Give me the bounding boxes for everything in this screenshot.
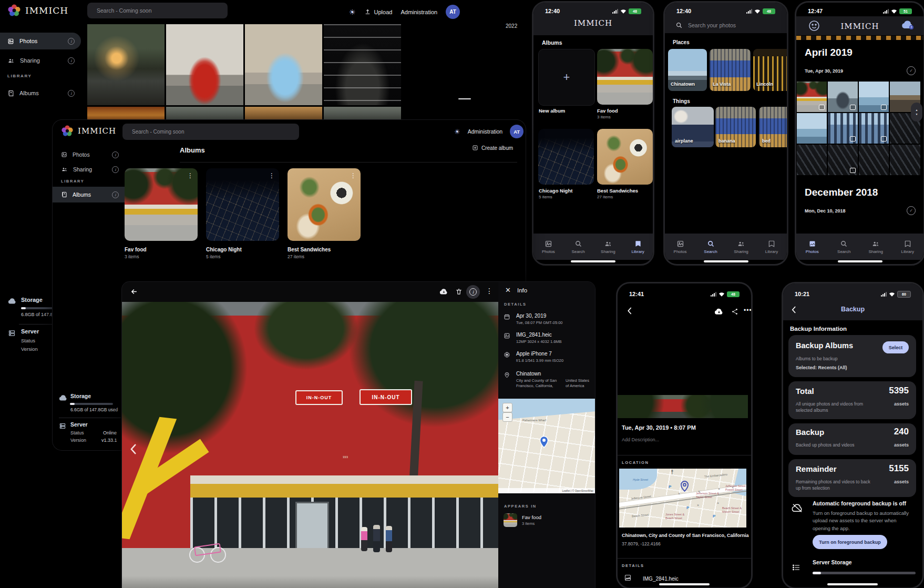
info-icon[interactable]: i bbox=[68, 90, 75, 97]
info-icon[interactable]: i bbox=[112, 191, 119, 198]
administration-link[interactable]: Administration bbox=[468, 128, 503, 135]
photo-thumbnail[interactable] bbox=[324, 24, 401, 105]
location-map[interactable]: × × × × × × † Hyde Street The Embarcader… bbox=[619, 469, 746, 528]
info-icon[interactable]: i bbox=[112, 151, 119, 158]
nav-photos[interactable]: Photos bbox=[665, 234, 695, 260]
stat-desc: Backed up photos and videos bbox=[796, 442, 880, 448]
photo-strip[interactable] bbox=[618, 395, 748, 418]
cloud-download-icon[interactable] bbox=[439, 288, 448, 295]
nav-sharing[interactable]: Sharing bbox=[860, 234, 892, 260]
home-indicator[interactable] bbox=[704, 260, 748, 262]
search-input[interactable]: Search your photos bbox=[665, 18, 787, 32]
select-day-checkbox[interactable]: ✓ bbox=[907, 66, 916, 75]
location-map[interactable]: Fishermans Wharf + − Leaflet | © OpenStr… bbox=[498, 399, 595, 493]
appears-in-album[interactable]: Fav food 3 items bbox=[504, 513, 541, 527]
nav-search[interactable]: Search bbox=[563, 234, 593, 260]
more-icon[interactable]: ⋮ bbox=[187, 172, 193, 179]
album-card[interactable]: ⋮ Best Sandwiches 27 items bbox=[288, 168, 361, 259]
grid-photo[interactable] bbox=[890, 145, 920, 175]
home-indicator[interactable] bbox=[659, 583, 710, 585]
nav-library[interactable]: Library bbox=[623, 234, 653, 260]
sidebar-item-albums[interactable]: Albums i bbox=[0, 85, 81, 101]
cloud-sync-icon[interactable] bbox=[901, 20, 914, 29]
user-avatar[interactable]: AT bbox=[446, 5, 460, 19]
wifi-icon bbox=[889, 292, 895, 297]
theme-toggle-icon[interactable]: ☀ bbox=[454, 128, 460, 136]
album-card[interactable] bbox=[597, 129, 653, 185]
select-day-checkbox[interactable]: ✓ bbox=[907, 206, 916, 215]
info-icon[interactable]: i bbox=[68, 38, 75, 45]
library-icon bbox=[634, 240, 642, 248]
nav-sharing[interactable]: Sharing bbox=[593, 234, 623, 260]
nav-library[interactable]: Library bbox=[892, 234, 924, 260]
album-card[interactable] bbox=[597, 49, 653, 105]
photo-date-sub: Tue, 08:07 PM GMT-05:00 bbox=[516, 320, 563, 325]
album-card[interactable]: ⋮ Chicago Night 5 items bbox=[206, 168, 279, 259]
user-avatar[interactable]: AT bbox=[510, 125, 523, 138]
album-count: 27 items bbox=[597, 195, 613, 199]
info-icon[interactable]: i bbox=[112, 166, 119, 173]
more-icon[interactable]: ⋮ bbox=[350, 172, 356, 179]
select-button[interactable]: Select bbox=[882, 341, 909, 353]
grid-photo[interactable] bbox=[828, 145, 858, 175]
prev-photo-chevron[interactable] bbox=[129, 443, 138, 455]
photo-viewer[interactable]: IN-N-OUT IN-N-OUT 333 bbox=[122, 302, 498, 588]
info-icon[interactable]: i bbox=[68, 57, 75, 64]
grid-photo[interactable] bbox=[797, 82, 827, 112]
photo-thumbnail[interactable] bbox=[166, 24, 243, 105]
nav-photos[interactable]: Photos bbox=[533, 234, 563, 260]
sidebar-item-photos[interactable]: Photos i bbox=[0, 33, 81, 49]
grid-photo[interactable] bbox=[859, 145, 889, 175]
scrollbar-handle[interactable]: ▲▼ bbox=[911, 103, 922, 121]
grid-photo[interactable] bbox=[797, 145, 827, 175]
album-card[interactable] bbox=[538, 129, 594, 185]
grid-photo[interactable] bbox=[828, 113, 858, 144]
grid-photo[interactable] bbox=[859, 113, 889, 144]
info-button[interactable]: i bbox=[466, 285, 480, 299]
upload-button[interactable]: Upload bbox=[364, 8, 393, 15]
turn-on-backup-button[interactable]: Turn on foreground backup bbox=[813, 535, 887, 549]
grid-photo[interactable] bbox=[859, 82, 889, 112]
photo-thumbnail[interactable] bbox=[166, 107, 243, 121]
album-card[interactable]: ⋮ Fav food 3 items bbox=[125, 168, 198, 259]
home-indicator[interactable] bbox=[827, 583, 878, 585]
nav-library[interactable]: Library bbox=[756, 234, 787, 260]
home-indicator[interactable] bbox=[571, 260, 615, 262]
nav-search[interactable]: Search bbox=[695, 234, 726, 260]
search-input[interactable]: Search - Coming soon bbox=[122, 124, 299, 140]
search-input[interactable]: Search - Coming soon bbox=[87, 3, 228, 18]
map-zoom-out-button[interactable]: − bbox=[502, 412, 512, 422]
back-chevron-icon[interactable] bbox=[626, 307, 633, 315]
immich-logo[interactable]: IMMICH bbox=[61, 125, 116, 137]
immich-logo[interactable]: IMMICH bbox=[7, 4, 68, 17]
map-zoom-in-button[interactable]: + bbox=[502, 403, 512, 412]
administration-link[interactable]: Administration bbox=[401, 9, 437, 15]
close-icon[interactable]: ✕ bbox=[505, 286, 511, 294]
nav-sharing[interactable]: Sharing bbox=[726, 234, 756, 260]
back-icon[interactable] bbox=[130, 288, 138, 296]
more-icon[interactable]: ••• bbox=[744, 307, 752, 314]
grid-photo[interactable] bbox=[828, 82, 858, 112]
timeline-scrubber[interactable] bbox=[458, 98, 471, 99]
cloud-download-icon[interactable] bbox=[714, 308, 724, 315]
photo-thumbnail[interactable] bbox=[87, 24, 165, 105]
nav-search[interactable]: Search bbox=[828, 234, 860, 260]
home-indicator[interactable] bbox=[838, 260, 882, 262]
trash-icon[interactable] bbox=[455, 288, 463, 296]
create-album-button[interactable]: Create album bbox=[472, 145, 513, 151]
photo-thumbnail[interactable] bbox=[245, 107, 322, 121]
share-icon[interactable] bbox=[731, 308, 738, 316]
photo-thumbnail[interactable] bbox=[245, 24, 322, 105]
theme-toggle-icon[interactable]: ☀ bbox=[349, 8, 356, 16]
nav-photos[interactable]: Photos bbox=[796, 234, 828, 260]
more-icon[interactable]: ⋮ bbox=[269, 172, 275, 179]
more-icon[interactable]: ⋮ bbox=[486, 287, 493, 295]
grid-photo[interactable] bbox=[797, 113, 827, 144]
sidebar-item-sharing[interactable]: Sharing i bbox=[0, 53, 81, 68]
photo-thumbnail[interactable] bbox=[324, 107, 401, 121]
status-time: 10:21 bbox=[795, 291, 809, 297]
photo-thumbnail[interactable] bbox=[87, 107, 165, 121]
add-description-field[interactable]: Add Description... bbox=[622, 437, 659, 442]
sidebar-item-photos[interactable]: Photos i bbox=[53, 147, 139, 162]
new-album-card[interactable]: + bbox=[538, 49, 595, 106]
